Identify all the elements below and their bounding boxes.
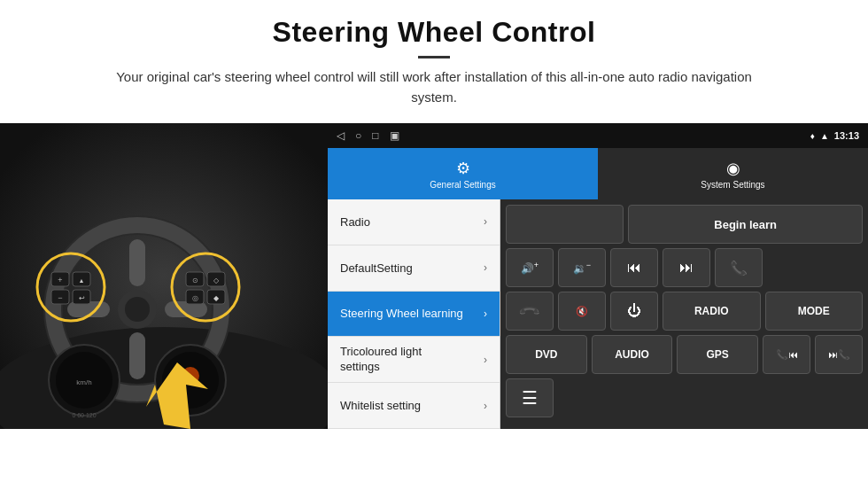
menu-steering-arrow: ›: [484, 308, 487, 320]
header-section: Steering Wheel Control Your original car…: [0, 0, 868, 114]
svg-text:+: +: [58, 276, 62, 284]
call-icon: 📞: [730, 260, 748, 277]
vol-down-button[interactable]: 🔉−: [558, 248, 606, 287]
menu-steering-label: Steering Wheel learning: [340, 307, 463, 320]
vol-down-icon: 🔉−: [573, 261, 591, 275]
tab-general-label: General Settings: [430, 180, 496, 190]
next-track-button[interactable]: ⏭: [663, 248, 710, 287]
subtitle: Your original car's steering wheel contr…: [97, 67, 771, 107]
call-next-icon: ⏭📞: [828, 349, 850, 361]
svg-text:⊙: ⊙: [192, 277, 198, 284]
menu-icon-button[interactable]: ☰: [506, 378, 554, 417]
car-image-panel: + − ▲ ↩ ⊙ ◎ ◇ ◆: [0, 123, 328, 429]
nav-recent-icon[interactable]: □: [372, 129, 378, 142]
hang-up-button[interactable]: 📞: [506, 292, 554, 331]
status-bar-right: ♦ ▲ 13:13: [810, 130, 859, 141]
svg-text:↩: ↩: [79, 294, 85, 302]
svg-text:km/h: km/h: [76, 378, 91, 386]
control-panel: Begin learn 🔊+ 🔉− ⏮: [500, 199, 868, 429]
nav-back-icon[interactable]: ◁: [337, 129, 345, 142]
general-settings-icon: ⚙: [456, 159, 470, 178]
next-track-icon: ⏭: [679, 260, 694, 276]
menu-radio-label: Radio: [340, 215, 370, 229]
menu-item-radio[interactable]: Radio ›: [328, 199, 500, 245]
main-split: Radio › DefaultSetting › Steering Wheel …: [328, 199, 868, 429]
menu-item-tricoloured[interactable]: Tricoloured lightsettings ›: [328, 337, 500, 383]
mode-label: MODE: [798, 305, 830, 317]
svg-point-9: [125, 297, 150, 322]
control-row-3: 📞 🔇 ⏻ RADIO MODE: [506, 292, 863, 331]
menu-icon: ☰: [522, 387, 538, 409]
audio-label: AUDIO: [615, 348, 649, 361]
status-bar: ◁ ○ □ ▣ ♦ ▲ 13:13: [328, 123, 868, 148]
clock: 13:13: [834, 130, 859, 141]
title-divider: [418, 56, 450, 58]
menu-whitelist-arrow: ›: [484, 400, 487, 412]
control-row-4: DVD AUDIO GPS 📞⏮ ⏭📞: [506, 335, 863, 374]
menu-radio-arrow: ›: [484, 215, 487, 228]
android-panel: ◁ ○ □ ▣ ♦ ▲ 13:13 ⚙ General Settings: [328, 123, 868, 429]
prev-track-button[interactable]: ⏮: [610, 248, 658, 287]
menu-whitelist-label: Whitelist setting: [340, 399, 421, 412]
dvd-label: DVD: [535, 348, 557, 361]
control-row-1: Begin learn: [506, 205, 863, 244]
mode-button[interactable]: MODE: [765, 292, 864, 331]
menu-panel: Radio › DefaultSetting › Steering Wheel …: [328, 199, 500, 429]
radio-button[interactable]: RADIO: [663, 292, 761, 331]
nav-home-icon[interactable]: ○: [355, 129, 361, 142]
svg-text:◇: ◇: [213, 277, 220, 284]
tab-system-settings[interactable]: ◉ System Settings: [598, 148, 868, 199]
audio-button[interactable]: AUDIO: [592, 335, 673, 374]
tab-system-label: System Settings: [701, 180, 764, 190]
menu-item-default[interactable]: DefaultSetting ›: [328, 245, 500, 292]
menu-default-arrow: ›: [484, 261, 487, 274]
radio-label: RADIO: [694, 305, 729, 317]
signal-icon: ▲: [820, 131, 829, 141]
menu-item-steering[interactable]: Steering Wheel learning ›: [328, 292, 500, 338]
svg-text:◎: ◎: [192, 294, 198, 302]
hang-up-icon: 📞: [517, 299, 542, 323]
empty-btn-1: [506, 205, 624, 244]
power-icon: ⏻: [627, 303, 641, 319]
call-next-button[interactable]: ⏭📞: [815, 335, 863, 374]
gps-label: GPS: [707, 348, 729, 361]
call-button[interactable]: 📞: [715, 248, 763, 287]
call-prev-icon: 📞⏮: [776, 349, 798, 361]
location-icon: ♦: [810, 131, 815, 141]
page-title: Steering Wheel Control: [35, 16, 833, 49]
menu-tricoloured-arrow: ›: [484, 354, 487, 366]
begin-learn-button[interactable]: Begin learn: [628, 205, 863, 244]
tab-bar: ⚙ General Settings ◉ System Settings: [328, 148, 868, 199]
gps-button[interactable]: GPS: [677, 335, 758, 374]
menu-default-label: DefaultSetting: [340, 261, 413, 275]
svg-text:0  60  120: 0 60 120: [72, 412, 96, 418]
menu-item-whitelist[interactable]: Whitelist setting ›: [328, 383, 500, 429]
tab-general-settings[interactable]: ⚙ General Settings: [328, 148, 598, 199]
control-row-2: 🔊+ 🔉− ⏮ ⏭ 📞: [506, 248, 863, 287]
mute-button[interactable]: 🔇: [558, 292, 606, 331]
nav-cast-icon[interactable]: ▣: [390, 129, 399, 142]
page-wrapper: Steering Wheel Control Your original car…: [0, 0, 868, 483]
menu-tricoloured-label: Tricoloured lightsettings: [340, 345, 422, 375]
svg-text:▲: ▲: [79, 277, 85, 284]
control-row-5: ☰: [506, 378, 863, 417]
call-prev-button[interactable]: 📞⏮: [763, 335, 810, 374]
vol-up-icon: 🔊+: [521, 261, 539, 275]
content-area: + − ▲ ↩ ⊙ ◎ ◇ ◆: [0, 123, 868, 483]
vol-up-button[interactable]: 🔊+: [506, 248, 554, 287]
status-bar-left: ◁ ○ □ ▣: [337, 129, 399, 142]
dvd-button[interactable]: DVD: [506, 335, 587, 374]
mute-icon: 🔇: [576, 306, 588, 317]
svg-text:−: −: [58, 293, 62, 302]
system-settings-icon: ◉: [726, 159, 740, 178]
svg-text:◆: ◆: [213, 294, 220, 302]
prev-track-icon: ⏮: [627, 260, 641, 276]
power-button[interactable]: ⏻: [610, 292, 658, 331]
